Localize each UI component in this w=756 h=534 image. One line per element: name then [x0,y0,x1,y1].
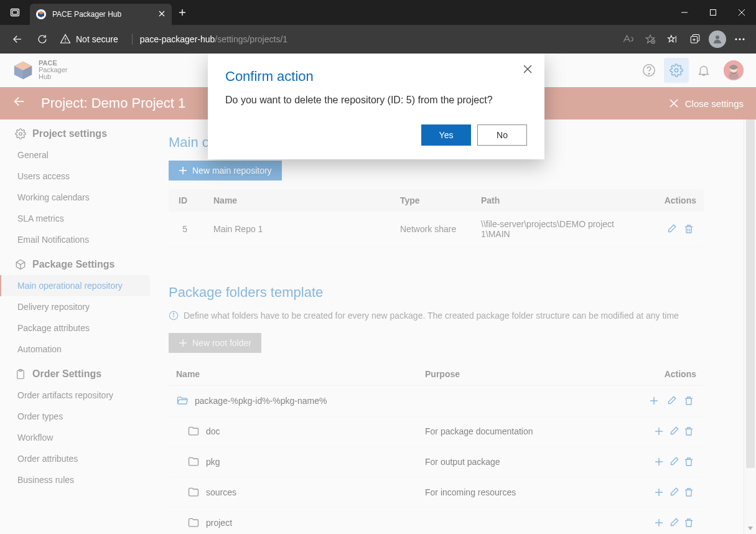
profile-button[interactable] [706,25,729,54]
svg-point-26 [735,38,737,40]
window-close-button[interactable] [727,0,756,25]
window-minimize-button[interactable] [670,0,699,25]
security-label: Not secure [76,34,118,44]
url-separator [132,34,133,45]
svg-rect-9 [711,10,716,16]
page: PACE Packager Hub Project: Demo Project … [0,54,756,534]
browser-addressbar: Not secure pace-packager-hub/settings/pr… [0,25,756,54]
new-tab-button[interactable] [172,8,193,17]
dialog-message: Do you want to delete the repository (ID… [225,95,527,106]
read-aloud-icon[interactable] [617,25,639,54]
tab-favicon [36,9,46,19]
dialog-title: Confirm action [225,68,527,85]
svg-rect-1 [12,11,17,14]
dialog-close-button[interactable] [522,63,533,77]
browser-tab[interactable]: PACE Packager Hub [30,4,172,25]
svg-marker-21 [668,35,675,42]
security-indicator[interactable]: Not secure [57,34,124,45]
tab-close-icon[interactable] [158,10,166,19]
nav-back-button[interactable] [5,25,30,54]
url-text: pace-packager-hub/settings/projects/1 [140,34,287,44]
dialog-yes-button[interactable]: Yes [421,124,471,146]
browser-titlebar: PACE Packager Hub [0,0,756,25]
confirm-dialog: Confirm action Do you want to delete the… [208,54,544,159]
collections-icon[interactable] [684,25,706,54]
tab-title: PACE Packager Hub [52,10,121,19]
url-bar[interactable]: Not secure pace-packager-hub/settings/pr… [55,29,617,49]
favorites-add-icon[interactable] [639,25,661,54]
nav-refresh-button[interactable] [30,25,55,54]
svg-point-25 [716,35,719,39]
favorites-icon[interactable] [661,25,684,54]
window-maximize-button[interactable] [699,0,727,25]
svg-point-14 [65,41,66,42]
tab-actions-icon[interactable] [0,7,30,17]
svg-point-28 [742,38,744,40]
menu-button[interactable] [729,25,751,54]
svg-point-27 [739,38,740,40]
dialog-no-button[interactable]: No [477,124,527,146]
